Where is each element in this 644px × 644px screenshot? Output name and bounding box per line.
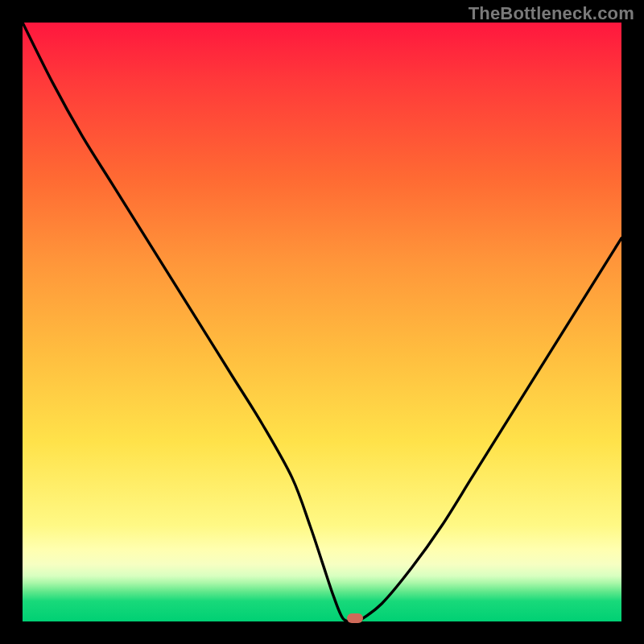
curve-path [23,23,621,621]
plot-area [23,23,621,621]
attribution-text: TheBottleneck.com [469,3,634,24]
chart-frame: TheBottleneck.com [0,0,644,644]
optimal-point-marker [347,613,363,623]
bottleneck-curve [23,23,621,621]
